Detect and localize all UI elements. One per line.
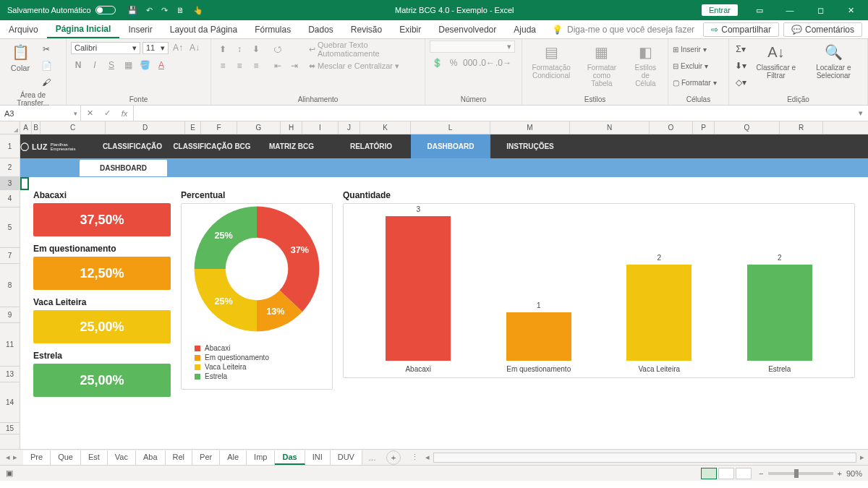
column-header[interactable]: M: [490, 121, 570, 134]
select-all-corner[interactable]: [0, 121, 20, 134]
column-header[interactable]: Q: [715, 121, 780, 134]
find-select-button[interactable]: 🔍Localizar e Selecionar: [804, 40, 863, 81]
fx-icon[interactable]: fx: [116, 109, 133, 118]
align-center-icon[interactable]: ≡: [232, 59, 247, 73]
column-header[interactable]: A: [20, 121, 32, 134]
new-sheet-button[interactable]: +: [386, 450, 401, 465]
insert-cells-button[interactable]: ⊞ Inserir ▾: [673, 42, 717, 56]
tab-formulas[interactable]: Fórmulas: [246, 20, 299, 38]
copy-icon[interactable]: 📄: [39, 59, 54, 73]
font-size-combo[interactable]: 11▾: [142, 42, 169, 54]
row-header[interactable]: 2: [0, 158, 20, 177]
border-icon[interactable]: ▦: [121, 58, 135, 72]
tab-file[interactable]: Arquivo: [0, 20, 47, 38]
scroll-right-icon[interactable]: ▸: [856, 453, 868, 462]
grid-content[interactable]: ◯ LUZ Planilhas Empresariais CLASSIFICAÇ…: [20, 134, 868, 449]
fill-color-icon[interactable]: 🪣: [137, 58, 152, 72]
autosave-toggle[interactable]: Salvamento Automático: [0, 6, 123, 14]
row-header[interactable]: 1: [0, 134, 20, 158]
zoom-in-button[interactable]: +: [838, 469, 842, 478]
sheet-tab[interactable]: Per: [192, 450, 220, 465]
column-header[interactable]: L: [411, 121, 490, 134]
bold-icon[interactable]: N: [71, 58, 85, 72]
row-header[interactable]: 8: [0, 264, 20, 307]
italic-icon[interactable]: I: [88, 58, 102, 72]
row-header[interactable]: 13: [0, 367, 20, 382]
format-cells-button[interactable]: ▢ Formatar ▾: [673, 75, 717, 90]
column-header[interactable]: P: [693, 121, 715, 134]
currency-icon[interactable]: 💲: [430, 56, 444, 70]
save-icon[interactable]: 💾: [127, 6, 137, 15]
sheet-tab[interactable]: Vac: [108, 450, 136, 465]
view-normal-button[interactable]: [701, 468, 717, 479]
macro-record-icon[interactable]: ▣: [6, 468, 13, 478]
tab-review[interactable]: Revisão: [342, 20, 391, 38]
share-button[interactable]: Compartilhar: [703, 22, 779, 37]
more-tabs-icon[interactable]: …: [362, 453, 382, 462]
decrease-indent-icon[interactable]: ⇤: [271, 59, 285, 73]
sheet-tab[interactable]: Pre: [23, 450, 51, 465]
column-header[interactable]: G: [237, 121, 281, 134]
column-header[interactable]: K: [360, 121, 411, 134]
view-page-break-button[interactable]: [736, 468, 752, 479]
tab-insert[interactable]: Inserir: [119, 20, 161, 38]
zoom-out-button[interactable]: −: [759, 469, 763, 478]
row-header[interactable]: 3: [0, 177, 20, 190]
nav-item[interactable]: DASHBOARD: [411, 134, 490, 158]
column-header[interactable]: N: [570, 121, 650, 134]
paste-button[interactable]: 📋 Colar: [4, 40, 36, 74]
column-header[interactable]: C: [41, 121, 106, 134]
close-button[interactable]: ✕: [836, 0, 865, 20]
tab-help[interactable]: Ajuda: [505, 20, 545, 38]
column-header[interactable]: H: [281, 121, 302, 134]
nav-item[interactable]: RELATÓRIO: [331, 134, 411, 158]
row-header[interactable]: 4: [0, 190, 20, 207]
autosum-icon[interactable]: Σ▾: [733, 42, 748, 56]
tab-scroll-left-icon[interactable]: ◂: [6, 453, 10, 462]
sheet-tab[interactable]: Que: [51, 450, 81, 465]
sheet-tab[interactable]: Ale: [220, 450, 247, 465]
comments-button[interactable]: 💬 Comentários: [783, 22, 862, 37]
zoom-slider[interactable]: [768, 472, 833, 475]
zoom-level[interactable]: 90%: [846, 469, 862, 478]
column-header[interactable]: B: [32, 121, 41, 134]
column-header[interactable]: D: [106, 121, 185, 134]
nav-item[interactable]: CLASSIFICAÇÃO BCG: [172, 134, 252, 158]
touch-icon[interactable]: 👆: [193, 6, 203, 15]
percent-icon[interactable]: %: [446, 56, 461, 70]
ribbon-options-button[interactable]: ▭: [745, 0, 774, 20]
tab-scroll-right-icon[interactable]: ▸: [13, 453, 17, 462]
decrease-decimal-icon[interactable]: .0→: [496, 56, 511, 70]
sheet-tab[interactable]: Est: [81, 450, 108, 465]
align-bottom-icon[interactable]: ⬇: [249, 42, 263, 56]
column-header[interactable]: R: [780, 121, 823, 134]
align-middle-icon[interactable]: ↕: [232, 42, 247, 56]
row-header[interactable]: 15: [0, 423, 20, 435]
column-header[interactable]: O: [650, 121, 693, 134]
tab-developer[interactable]: Desenvolvedor: [430, 20, 505, 38]
wrap-text-button[interactable]: ↩ Quebrar Texto Automaticamente: [309, 42, 420, 56]
tab-page-layout[interactable]: Layout da Página: [161, 20, 246, 38]
number-format-combo[interactable]: ▾: [430, 40, 515, 53]
sheet-tab[interactable]: Das: [275, 450, 305, 465]
nav-item[interactable]: CLASSIFICAÇÃO: [93, 134, 172, 158]
comma-icon[interactable]: 000: [463, 56, 477, 70]
font-name-combo[interactable]: Calibri▾: [71, 42, 140, 54]
fill-icon[interactable]: ⬇▾: [733, 59, 748, 73]
column-header[interactable]: J: [339, 121, 360, 134]
orientation-icon[interactable]: ⭯: [271, 42, 285, 56]
formula-bar[interactable]: [134, 106, 854, 121]
column-header[interactable]: E: [185, 121, 201, 134]
column-header[interactable]: I: [302, 121, 339, 134]
cell-styles-button[interactable]: ◧Estilos de Célula: [628, 40, 663, 89]
name-box[interactable]: A3: [0, 106, 81, 121]
sheet-tab[interactable]: Imp: [247, 450, 275, 465]
view-page-layout-button[interactable]: [718, 468, 734, 479]
scroll-left-icon[interactable]: ◂: [422, 453, 433, 462]
tab-home[interactable]: Página Inicial: [47, 20, 120, 38]
format-painter-icon[interactable]: 🖌: [39, 75, 54, 90]
sort-filter-button[interactable]: A↓Classificar e Filtrar: [751, 40, 801, 81]
column-header[interactable]: F: [201, 121, 237, 134]
sheet-tab[interactable]: Rel: [166, 450, 193, 465]
redo-icon[interactable]: ↷: [161, 6, 168, 15]
